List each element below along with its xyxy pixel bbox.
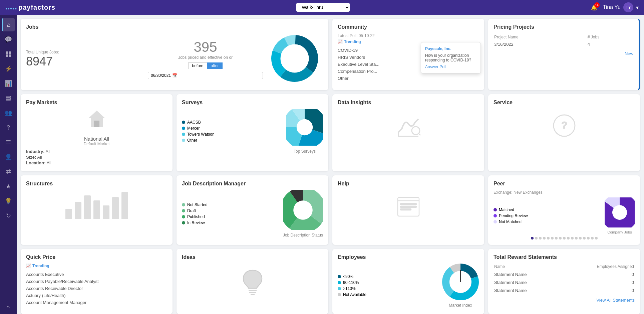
peer-dot-10[interactable] bbox=[571, 237, 574, 240]
trs-col-name: Name bbox=[494, 264, 559, 270]
peer-dot-3[interactable] bbox=[543, 237, 546, 240]
community-item-4[interactable]: Other bbox=[338, 75, 479, 82]
market-sub: Default Market bbox=[26, 142, 167, 146]
pricing-col-jobs: # Jobs bbox=[588, 34, 633, 40]
peer-dot-16[interactable] bbox=[595, 237, 598, 240]
data-insights-card: Data Insights bbox=[332, 94, 484, 171]
paymarkets-title: Pay Markets bbox=[26, 100, 167, 106]
size-label: Size: bbox=[26, 155, 36, 160]
pricing-table: Project Name # Jobs 3/16/2022 4 bbox=[494, 33, 633, 48]
poll-company: Payscale, Inc. bbox=[425, 46, 476, 51]
legend-label-mercer: Mercer bbox=[187, 126, 200, 131]
trs-card: Total Reward Statements Name Employees A… bbox=[488, 249, 640, 314]
trs-table: Name Employees Assigned Statement Name 0… bbox=[494, 264, 635, 295]
trs-row-1: Statement Name 0 bbox=[494, 279, 634, 286]
pricing-row-name-0[interactable]: 3/16/2022 bbox=[494, 41, 587, 48]
legend-mercer: Mercer bbox=[182, 126, 284, 131]
peer-dot-15[interactable] bbox=[591, 237, 594, 240]
sidebar-item-exchange[interactable]: ⇄ bbox=[2, 165, 15, 178]
jobs-chart bbox=[270, 33, 323, 85]
peer-dot-6[interactable] bbox=[555, 237, 558, 240]
svg-text:?: ? bbox=[562, 120, 567, 130]
trending-label: Trending bbox=[344, 39, 361, 44]
peer-dot-7[interactable] bbox=[559, 237, 562, 240]
svg-point-12 bbox=[281, 45, 308, 72]
peer-dot-2[interactable] bbox=[539, 237, 542, 240]
surveys-chart: Top Surveys bbox=[286, 109, 323, 154]
employees-card: Employees <90% 90-110% >110% Not Availab… bbox=[332, 249, 484, 314]
jobs-donut-chart bbox=[270, 33, 320, 84]
calendar-icon[interactable]: 📅 bbox=[172, 73, 177, 78]
peer-dot-8[interactable] bbox=[563, 237, 566, 240]
legend-label-other: Other bbox=[187, 138, 197, 143]
trs-assigned-1: 0 bbox=[560, 279, 634, 286]
trs-name-1[interactable]: Statement Name bbox=[494, 279, 559, 286]
sidebar-item-layers[interactable] bbox=[2, 92, 15, 105]
user-menu[interactable]: Tina Yu TY ▾ bbox=[603, 2, 639, 12]
quickprice-item-2[interactable]: Accounts Receivable Director bbox=[26, 285, 167, 292]
quickprice-item-4[interactable]: Account Management Manager bbox=[26, 299, 167, 306]
svg-rect-3 bbox=[9, 54, 11, 57]
sidebar-item-bulb[interactable]: 💡 bbox=[2, 194, 15, 208]
peer-dot-9[interactable] bbox=[567, 237, 570, 240]
structures-title: Structures bbox=[26, 181, 167, 187]
quickprice-title: Quick Price bbox=[26, 254, 167, 260]
sidebar-item-refresh[interactable]: ↻ bbox=[2, 209, 15, 222]
jobs-after-button[interactable]: after bbox=[207, 62, 223, 69]
legend-other: Other bbox=[182, 138, 284, 143]
bar-7 bbox=[121, 192, 128, 219]
pricing-new-link[interactable]: New bbox=[494, 51, 633, 56]
peer-dot-0[interactable] bbox=[531, 237, 534, 240]
svg-point-20 bbox=[297, 119, 313, 135]
trs-view-all-link[interactable]: View All Statements bbox=[494, 298, 635, 303]
peer-dot-13[interactable] bbox=[583, 237, 586, 240]
walkthru-dropdown[interactable]: Walk-Thru bbox=[296, 3, 350, 12]
sidebar-item-star[interactable]: ★ bbox=[2, 180, 15, 193]
sidebar-item-chat[interactable]: 💬 bbox=[2, 33, 15, 46]
jdm-content: Not Started Draft Published In Review Jo… bbox=[182, 190, 323, 238]
peer-dot-1[interactable] bbox=[535, 237, 538, 240]
data-insights-icon bbox=[338, 112, 479, 144]
notifications-button[interactable]: 🔔 14 bbox=[591, 4, 598, 11]
peer-dot-5[interactable] bbox=[551, 237, 554, 240]
sidebar-item-lightning[interactable]: ⚡ bbox=[2, 62, 15, 75]
jobs-count: 395 bbox=[148, 39, 263, 55]
surveys-content: AACSB Mercer Towers Watson Other bbox=[182, 109, 323, 154]
employees-chart: Market Index bbox=[442, 264, 479, 308]
trs-col-assigned: Employees Assigned bbox=[560, 264, 634, 270]
help-title: Help bbox=[338, 181, 479, 187]
employees-legend: <90% 90-110% >110% Not Available bbox=[338, 273, 439, 298]
sidebar-item-people[interactable]: 👥 bbox=[2, 106, 15, 120]
quickprice-item-0[interactable]: Accounts Executive bbox=[26, 271, 167, 278]
sidebar-item-users[interactable]: 👤 bbox=[2, 150, 15, 164]
sidebar-item-chart[interactable]: 📊 bbox=[2, 77, 15, 90]
bar-4 bbox=[93, 200, 100, 219]
trs-name-2[interactable]: Statement Name bbox=[494, 287, 559, 294]
svg-rect-32 bbox=[400, 203, 416, 205]
peer-content: Matched Pending Review Not Matched Compa… bbox=[494, 197, 635, 234]
help-card: Help bbox=[332, 175, 484, 245]
notif-count: 14 bbox=[594, 2, 600, 8]
svg-rect-0 bbox=[6, 51, 8, 54]
peer-dot-4[interactable] bbox=[547, 237, 550, 240]
quickprice-item-1[interactable]: Accounts Payable/Receivable Analyst bbox=[26, 278, 167, 285]
sidebar-item-question[interactable]: ? bbox=[2, 121, 15, 134]
trs-name-0[interactable]: Statement Name bbox=[494, 271, 559, 278]
quickprice-item-3[interactable]: Actuary (Life/Health) bbox=[26, 292, 167, 299]
peer-dot-11[interactable] bbox=[575, 237, 578, 240]
walkthru-selector[interactable]: Walk-Thru bbox=[296, 3, 350, 12]
sidebar-expand-button[interactable]: » bbox=[7, 304, 10, 310]
surveys-title: Surveys bbox=[182, 100, 323, 106]
user-avatar: TY bbox=[623, 2, 633, 12]
peer-dot-14[interactable] bbox=[587, 237, 590, 240]
size-val: All bbox=[37, 155, 42, 160]
market-name: National All bbox=[26, 136, 167, 142]
sidebar-item-list[interactable]: ☰ bbox=[2, 136, 15, 149]
jobs-date-value: 06/30/2021 bbox=[151, 73, 171, 78]
sidebar-item-home[interactable]: ⌂ bbox=[2, 18, 15, 31]
peer-dot-12[interactable] bbox=[579, 237, 582, 240]
jobs-before-button[interactable]: before bbox=[188, 62, 207, 69]
sidebar-item-grid[interactable] bbox=[2, 47, 15, 61]
answer-poll-link[interactable]: Answer Poll bbox=[425, 64, 446, 69]
jobs-date: 06/30/2021 📅 bbox=[148, 72, 263, 79]
